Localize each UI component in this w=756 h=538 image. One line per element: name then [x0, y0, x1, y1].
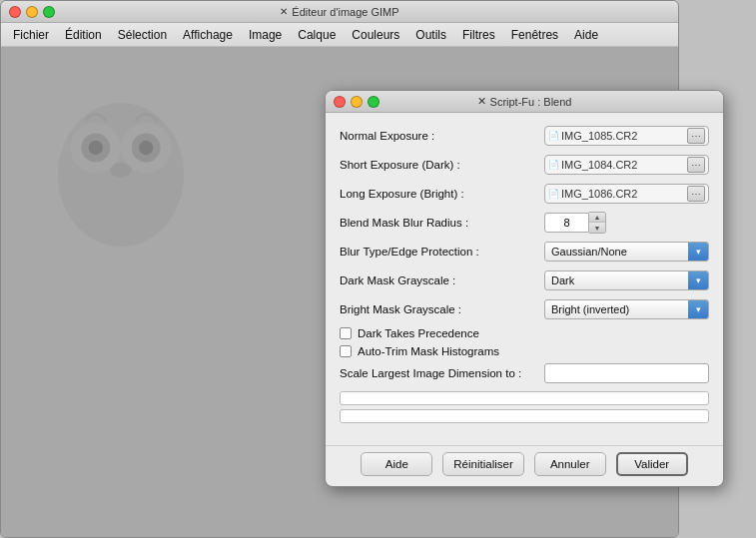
- scriptfu-dialog: ✕ Script-Fu : Blend Normal Exposure : 📄 …: [325, 90, 724, 487]
- bright-mask-row: Bright Mask Grayscale : Bright (inverted…: [340, 298, 709, 320]
- gimp-title-text: Éditeur d'image GIMP: [292, 6, 398, 18]
- file-icon-2: 📄: [548, 160, 559, 170]
- menu-outils[interactable]: Outils: [407, 26, 454, 44]
- blur-type-select[interactable]: Gaussian/None ▾: [544, 242, 709, 262]
- progress-bar-2: [340, 409, 709, 423]
- normal-exposure-file-input[interactable]: 📄 IMG_1085.CR2 ⋯: [544, 126, 709, 146]
- aide-button[interactable]: Aide: [361, 452, 432, 476]
- close-button[interactable]: [9, 6, 21, 18]
- long-exposure-control: 📄 IMG_1086.CR2 ⋯: [544, 184, 709, 204]
- auto-trim-checkbox[interactable]: [340, 345, 352, 357]
- blur-radius-row: Blend Mask Blur Radius : ▲ ▼: [340, 212, 709, 234]
- menu-selection[interactable]: Sélection: [110, 26, 175, 44]
- bright-mask-select[interactable]: Bright (inverted) ▾: [544, 299, 709, 319]
- blur-radius-label: Blend Mask Blur Radius :: [340, 217, 544, 229]
- bright-mask-value: Bright (inverted): [545, 303, 688, 315]
- menu-image[interactable]: Image: [241, 26, 290, 44]
- normal-exposure-browse-button[interactable]: ⋯: [687, 128, 705, 144]
- dark-precedence-checkbox[interactable]: [340, 327, 352, 339]
- spinner-up-button[interactable]: ▲: [589, 213, 605, 223]
- scale-label: Scale Largest Image Dimension to :: [340, 367, 544, 379]
- short-exposure-value: IMG_1084.CR2: [561, 159, 685, 171]
- dialog-titlebar: ✕ Script-Fu : Blend: [326, 91, 723, 113]
- spinner-down-button[interactable]: ▼: [589, 223, 605, 233]
- menu-filtres[interactable]: Filtres: [454, 26, 503, 44]
- dialog-body: Normal Exposure : 📄 IMG_1085.CR2 ⋯ Short…: [326, 113, 723, 443]
- bright-mask-arrow-icon[interactable]: ▾: [688, 300, 708, 318]
- maximize-button[interactable]: [43, 6, 55, 18]
- blur-type-control: Gaussian/None ▾: [544, 242, 709, 262]
- svg-point-5: [89, 141, 103, 155]
- progress-bar-1: [340, 391, 709, 405]
- scale-row: Scale Largest Image Dimension to :: [340, 363, 709, 383]
- normal-exposure-value: IMG_1085.CR2: [561, 130, 685, 142]
- menu-fichier[interactable]: Fichier: [5, 26, 57, 44]
- menu-affichage[interactable]: Affichage: [175, 26, 241, 44]
- gimp-title-icon: ✕: [280, 6, 288, 17]
- long-exposure-value: IMG_1086.CR2: [561, 188, 685, 200]
- dialog-title-icon: ✕: [477, 95, 486, 108]
- dialog-buttons: Aide Réinitialiser Annuler Valider: [326, 445, 723, 486]
- dialog-title-text: Script-Fu : Blend: [490, 96, 572, 108]
- normal-exposure-control: 📄 IMG_1085.CR2 ⋯: [544, 126, 709, 146]
- menu-calque[interactable]: Calque: [290, 26, 344, 44]
- menu-aide[interactable]: Aide: [566, 26, 606, 44]
- bright-mask-label: Bright Mask Grayscale :: [340, 303, 544, 315]
- dialog-maximize-button[interactable]: [368, 96, 379, 108]
- short-exposure-control: 📄 IMG_1084.CR2 ⋯: [544, 155, 709, 175]
- menu-fenetres[interactable]: Fenêtres: [503, 26, 566, 44]
- long-exposure-file-input[interactable]: 📄 IMG_1086.CR2 ⋯: [544, 184, 709, 204]
- blur-radius-control: ▲ ▼: [544, 212, 709, 234]
- blur-type-arrow-icon[interactable]: ▾: [688, 243, 708, 261]
- dark-precedence-label: Dark Takes Precedence: [358, 327, 479, 339]
- short-exposure-file-input[interactable]: 📄 IMG_1084.CR2 ⋯: [544, 155, 709, 175]
- svg-point-7: [110, 163, 132, 177]
- auto-trim-row: Auto-Trim Mask Histograms: [340, 345, 709, 357]
- dark-mask-label: Dark Mask Grayscale :: [340, 274, 544, 286]
- dialog-close-button[interactable]: [334, 96, 346, 108]
- dialog-minimize-button[interactable]: [351, 96, 363, 108]
- annuler-button[interactable]: Annuler: [534, 452, 606, 476]
- svg-point-6: [139, 141, 153, 155]
- dark-precedence-row: Dark Takes Precedence: [340, 327, 709, 339]
- short-exposure-row: Short Exposure (Dark) : 📄 IMG_1084.CR2 ⋯: [340, 154, 709, 176]
- dark-mask-control: Dark ▾: [544, 270, 709, 290]
- window-controls: [9, 6, 55, 18]
- short-exposure-browse-button[interactable]: ⋯: [687, 157, 705, 173]
- gimp-titlebar: ✕ Éditeur d'image GIMP: [1, 1, 678, 23]
- menu-edition[interactable]: Édition: [57, 26, 110, 44]
- bright-mask-control: Bright (inverted) ▾: [544, 299, 709, 319]
- dark-mask-select[interactable]: Dark ▾: [544, 270, 709, 290]
- long-exposure-label: Long Exposure (Bright) :: [340, 188, 544, 200]
- normal-exposure-label: Normal Exposure :: [340, 130, 544, 142]
- blur-type-value: Gaussian/None: [545, 246, 688, 258]
- normal-exposure-row: Normal Exposure : 📄 IMG_1085.CR2 ⋯: [340, 125, 709, 147]
- valider-button[interactable]: Valider: [616, 452, 688, 476]
- dark-mask-arrow-icon[interactable]: ▾: [688, 271, 708, 289]
- spinner-buttons: ▲ ▼: [589, 212, 606, 234]
- blur-type-label: Blur Type/Edge Protection :: [340, 246, 544, 258]
- reinitialiser-button[interactable]: Réinitialiser: [442, 452, 523, 476]
- blur-radius-input[interactable]: [544, 213, 589, 233]
- file-icon: 📄: [548, 131, 559, 141]
- menu-couleurs[interactable]: Couleurs: [344, 26, 407, 44]
- auto-trim-label: Auto-Trim Mask Histograms: [358, 345, 499, 357]
- blur-type-row: Blur Type/Edge Protection : Gaussian/Non…: [340, 241, 709, 263]
- minimize-button[interactable]: [26, 6, 38, 18]
- blur-radius-spinner: ▲ ▼: [544, 212, 709, 234]
- gimp-logo: [21, 67, 221, 247]
- file-icon-3: 📄: [548, 189, 559, 199]
- menu-bar: Fichier Édition Sélection Affichage Imag…: [1, 23, 678, 47]
- scale-input[interactable]: [544, 363, 709, 383]
- long-exposure-row: Long Exposure (Bright) : 📄 IMG_1086.CR2 …: [340, 183, 709, 205]
- dark-mask-value: Dark: [545, 274, 688, 286]
- dialog-title: ✕ Script-Fu : Blend: [477, 95, 572, 108]
- dark-mask-row: Dark Mask Grayscale : Dark ▾: [340, 269, 709, 291]
- long-exposure-browse-button[interactable]: ⋯: [687, 186, 705, 202]
- dialog-window-controls: [334, 96, 379, 108]
- progress-area: [340, 391, 709, 423]
- gimp-title: ✕ Éditeur d'image GIMP: [280, 6, 398, 18]
- short-exposure-label: Short Exposure (Dark) :: [340, 159, 544, 171]
